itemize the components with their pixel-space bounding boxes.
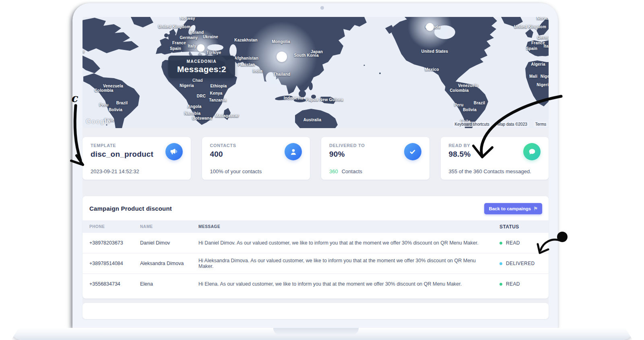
- map-country-label: Indonesia: [284, 96, 303, 100]
- map-country-label: Bolivia: [463, 108, 477, 112]
- row-status: READ: [500, 240, 549, 246]
- map-country-label: Italy: [543, 44, 549, 48]
- map-tooltip: MACEDONIA Messages:2: [168, 56, 235, 78]
- row-message: Hi Daniel Dimov. As our valued customer,…: [198, 240, 500, 246]
- map-country-label: Colombia: [450, 88, 469, 93]
- map-country-label: Peru: [454, 103, 463, 107]
- map-country-label: Italy: [188, 44, 196, 48]
- megaphone-icon: [165, 143, 183, 160]
- stat-sub: 100% of your contacts: [210, 168, 262, 174]
- map-country-label: Thailand: [273, 72, 291, 77]
- map-country-label: DRC: [197, 94, 206, 98]
- chat-bubble-icon: [523, 143, 541, 160]
- map-country-label: France: [172, 41, 186, 45]
- column-name: NAME: [140, 224, 198, 229]
- table-footer-bar: [83, 303, 549, 319]
- map-country-label: United Kingdom: [514, 25, 546, 29]
- map-country-label: Botswana: [192, 116, 212, 120]
- map-country-label: Niger: [541, 74, 549, 79]
- map-country-label: Norway: [537, 17, 549, 21]
- webcam-dot: [320, 6, 324, 10]
- map-marker-canada[interactable]: [426, 23, 434, 31]
- back-to-campaigns-button[interactable]: Back to campaings ⚑: [484, 203, 542, 214]
- map-attribution: Keyboard shortcuts Map data ©2023 Terms: [453, 122, 548, 127]
- stat-sub: 355 of the 360 Contacts messaged.: [449, 168, 531, 174]
- map-country-label: Australia: [303, 118, 322, 122]
- column-phone: PHONE: [83, 224, 140, 229]
- map-country-label: Nigeria: [180, 83, 194, 88]
- status-dot: [500, 242, 502, 245]
- campaign-table-card: Campaign Product discount Back to campai…: [83, 196, 549, 299]
- map-country-label: Norway: [180, 17, 195, 21]
- map-country-label: Mexico: [425, 67, 439, 72]
- stat-sub: 360Contacts: [329, 168, 362, 174]
- map-country-label: Spain: [170, 46, 181, 51]
- map-country-label: Poland: [190, 30, 204, 35]
- map-country-label: Kenya: [210, 91, 222, 95]
- check-icon: [404, 143, 421, 160]
- keyboard-shortcuts-link[interactable]: Keyboard shortcuts: [453, 122, 491, 127]
- map-country-label: Angola: [187, 104, 201, 109]
- user-icon: [285, 143, 302, 160]
- map-country-label: Germany: [180, 35, 198, 40]
- status-text: READ: [506, 281, 520, 287]
- column-status: STATUS: [500, 224, 549, 230]
- status-text: DELIVERED: [506, 261, 535, 266]
- row-phone: +3556834734: [83, 281, 140, 287]
- laptop-base-notch: [273, 328, 359, 335]
- map-country-label: Bolivia: [109, 108, 122, 112]
- map-country-label: Venezuela: [103, 84, 123, 88]
- table-row[interactable]: +38978514084 Aleksandra Dimova Hi Aleksa…: [83, 253, 549, 274]
- table-row[interactable]: +38978203673 Daniel Dimov Hi Daniel Dimo…: [83, 233, 549, 253]
- terms-link[interactable]: Terms: [534, 122, 548, 127]
- row-status: READ: [500, 281, 549, 287]
- status-dot: [500, 283, 502, 286]
- stat-card-contacts: CONTACTS 400 100% of your contacts: [202, 137, 310, 180]
- map-country-label: Tanzania: [209, 98, 227, 102]
- map-country-label: India: [253, 69, 262, 73]
- map-marker-asia[interactable]: [277, 52, 287, 62]
- map-country-label: Chad: [192, 78, 203, 83]
- map-country-label: Kazakhstan: [234, 38, 258, 42]
- map-country-label: Nigeria: [537, 83, 549, 87]
- status-dot: [500, 262, 502, 265]
- world-map[interactable]: NorwayUnited KingdomPolandGermanyUkraine…: [83, 17, 549, 128]
- map-country-label: Japan: [311, 50, 323, 54]
- map-country-label: Namibia: [184, 111, 200, 116]
- map-country-label: Madagascar: [215, 114, 239, 118]
- world-map-graphic: [83, 17, 549, 128]
- map-country-label: Germany: [537, 35, 549, 40]
- map-country-label: Spain: [526, 46, 537, 51]
- google-logo: Google: [86, 118, 111, 126]
- table-row[interactable]: +3556834734 Elena Hi Elena. As our value…: [83, 274, 549, 294]
- map-country-label: Peru: [99, 103, 108, 107]
- row-status: DELIVERED: [500, 261, 549, 266]
- map-country-label: Ukraine: [203, 35, 218, 39]
- map-country-label: Afghanistan: [234, 56, 258, 60]
- row-message: Hi Aleksandra Dimova. As our valued cust…: [198, 258, 500, 269]
- table-column-headers: PHONE NAME MESSAGE STATUS: [83, 220, 549, 233]
- map-country-label: Brazil: [116, 101, 128, 105]
- row-phone: +38978203673: [83, 240, 140, 246]
- map-country-label: United Kingdom: [158, 25, 190, 29]
- stat-card-template: TEMPLATE disc_on_product 2023-09-21 14:5…: [83, 137, 191, 180]
- stat-cards-row: TEMPLATE disc_on_product 2023-09-21 14:5…: [83, 137, 549, 180]
- stat-card-read: READ BY 98.5% 355 of the 360 Contacts me…: [441, 137, 549, 180]
- row-name: Daniel Dimov: [140, 240, 198, 246]
- flag-icon: ⚑: [533, 206, 538, 211]
- map-country-label: Türkiye: [206, 50, 221, 55]
- row-name: Aleksandra Dimova: [140, 261, 198, 266]
- row-message: Hi Elena. As our valued customer, we lik…: [198, 281, 500, 287]
- map-country-label: Pakistan: [238, 62, 255, 67]
- map-data-copyright: Map data ©2023: [496, 122, 529, 127]
- dashboard: NorwayUnited KingdomPolandGermanyUkraine…: [83, 17, 549, 319]
- map-country-label: Brazil: [474, 101, 485, 105]
- map-country-label: United States: [83, 49, 85, 54]
- row-phone: +38978514084: [83, 261, 140, 266]
- tooltip-messages: Messages:2: [168, 64, 235, 74]
- map-country-label: Algeria: [531, 62, 545, 66]
- map-country-label: Mali: [529, 74, 537, 79]
- map-country-label: Venezuela: [458, 83, 478, 88]
- map-marker-europe[interactable]: [197, 44, 205, 52]
- campaign-title: Campaign Product discount: [89, 205, 172, 212]
